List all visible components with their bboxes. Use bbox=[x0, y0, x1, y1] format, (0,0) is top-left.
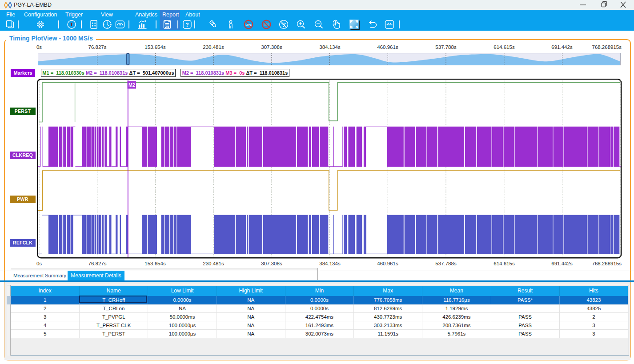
svg-text:M2: M2 bbox=[128, 82, 135, 88]
